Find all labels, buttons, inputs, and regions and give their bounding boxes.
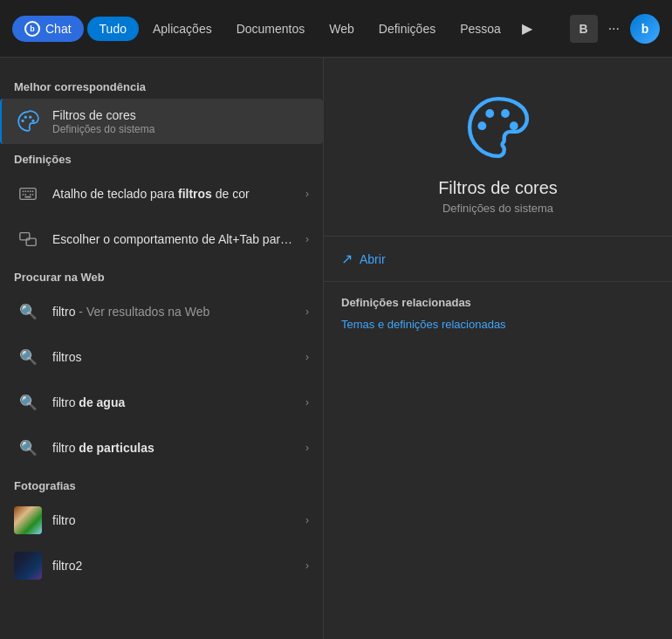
web-header: Procurar na Web [0,262,323,289]
tab-definicoes[interactable]: Definições [368,17,446,41]
web-item-3-title: filtro de agua [52,395,298,409]
play-button[interactable]: ▶ [515,15,539,42]
color-filter-icon [14,107,42,135]
photo-item-1[interactable]: filtro › [0,498,323,543]
settings-item-1-text: Atalho de teclado para filtros de cor [52,187,298,201]
chevron-right-icon-8: › [305,560,309,572]
chat-tab-label: Chat [45,22,72,36]
svg-point-17 [477,121,486,130]
search-icon-4: 🔍 [14,434,42,462]
play-icon: ▶ [522,20,532,37]
web-item-2-text: filtros [52,350,298,364]
best-match-item[interactable]: Filtros de cores Definições do sistema [0,99,323,144]
search-icon-1: 🔍 [14,298,42,326]
photo-item-1-text: filtro [52,513,298,527]
photo-item-2-text: filtro2 [52,559,298,573]
chevron-right-icon-5: › [305,396,309,409]
main-content: Melhor correspondência Filtros de cores … [0,58,672,639]
tab-tudo-label: Tudo [99,22,127,36]
related-header: Definições relacionadas [341,296,655,309]
svg-point-1 [24,116,27,119]
settings-keyboard-icon [14,180,42,208]
web-item-4[interactable]: 🔍 filtro de particulas › [0,425,323,471]
photo-thumb-2 [14,552,42,580]
photos-header: Fotografias [0,471,323,498]
more-options-button[interactable]: ··· [601,16,627,42]
settings-item-1[interactable]: Atalho de teclado para filtros de cor › [0,171,323,216]
svg-point-2 [29,116,31,119]
best-match-subtitle: Definições do sistema [52,123,309,135]
detail-title: Filtros de cores [438,178,558,198]
web-item-3-text: filtro de agua [52,395,298,409]
photo-thumb-1 [14,506,42,534]
open-label: Abrir [360,252,386,266]
settings-item-2-title: Escolher o comportamento de Alt+Tab para… [52,232,298,246]
bing-chat-icon: b [24,21,40,37]
web-item-1-text: filtro - Ver resultados na Web [52,305,298,319]
more-icon: ··· [608,21,620,37]
svg-point-3 [31,120,34,122]
svg-point-19 [501,109,510,118]
open-icon: ↗ [341,251,353,267]
detail-header: Filtros de cores Definições do sistema [324,58,672,237]
chat-tab[interactable]: b Chat [12,16,84,42]
best-match-header: Melhor correspondência [0,72,323,99]
detail-related: Definições relacionadas Temas e definiçõ… [324,282,672,352]
web-item-2[interactable]: 🔍 filtros › [0,334,323,380]
detail-palette-icon [463,93,533,162]
tab-web-label: Web [329,22,354,36]
tab-aplicacoes-label: Aplicações [153,22,212,36]
web-item-1[interactable]: 🔍 filtro - Ver resultados na Web › [0,289,323,334]
tab-pessoas[interactable]: Pessoa [449,17,511,41]
left-panel: Melhor correspondência Filtros de cores … [0,58,323,639]
tab-aplicacoes[interactable]: Aplicações [142,17,223,41]
best-match-text: Filtros de cores Definições do sistema [52,108,309,135]
photo-item-2-title: filtro2 [52,559,298,573]
web-item-3[interactable]: 🔍 filtro de agua › [0,380,323,425]
tab-documentos-label: Documentos [237,22,305,36]
settings-item-2[interactable]: Escolher o comportamento de Alt+Tab para… [0,216,323,262]
b-button[interactable]: B [570,15,598,43]
tab-pessoas-label: Pessoa [460,22,501,36]
detail-actions: ↗ Abrir [324,237,672,282]
open-link[interactable]: ↗ Abrir [341,251,655,267]
settings-alttab-icon [14,225,42,253]
right-panel: Filtros de cores Definições do sistema ↗… [323,58,672,639]
photo-item-2[interactable]: filtro2 › [0,543,323,588]
chevron-right-icon-4: › [305,351,309,363]
tab-documentos[interactable]: Documentos [226,17,316,41]
tab-tudo[interactable]: Tudo [87,17,139,41]
chevron-right-icon-7: › [305,514,309,526]
chevron-right-icon-2: › [305,233,309,245]
web-item-4-title: filtro de particulas [52,441,298,455]
search-icon-2: 🔍 [14,343,42,371]
chevron-right-icon-3: › [305,306,309,318]
bing-avatar[interactable]: b [630,14,660,44]
svg-point-20 [509,121,518,130]
bing-avatar-icon: b [641,22,649,36]
tab-definicoes-label: Definições [379,22,435,36]
photo-item-1-title: filtro [52,513,298,527]
settings-item-2-text: Escolher o comportamento de Alt+Tab para… [52,232,298,246]
chevron-right-icon-6: › [305,442,309,454]
web-item-2-title: filtros [52,350,298,364]
web-item-1-title: filtro - Ver resultados na Web [52,305,298,319]
chevron-right-icon-1: › [305,188,309,200]
settings-item-1-title: Atalho de teclado para filtros de cor [52,187,298,201]
svg-point-18 [485,109,494,118]
detail-subtitle: Definições do sistema [442,202,553,215]
search-icon-3: 🔍 [14,388,42,416]
svg-point-0 [21,120,24,122]
related-item-1[interactable]: Temas e definições relacionadas [341,318,655,331]
web-item-4-text: filtro de particulas [52,441,298,455]
topbar: b Chat Tudo Aplicações Documentos Web De… [0,0,672,58]
settings-header: Definições [0,144,323,171]
b-label: B [579,22,588,36]
best-match-title: Filtros de cores [52,108,309,122]
tab-web[interactable]: Web [319,17,365,41]
